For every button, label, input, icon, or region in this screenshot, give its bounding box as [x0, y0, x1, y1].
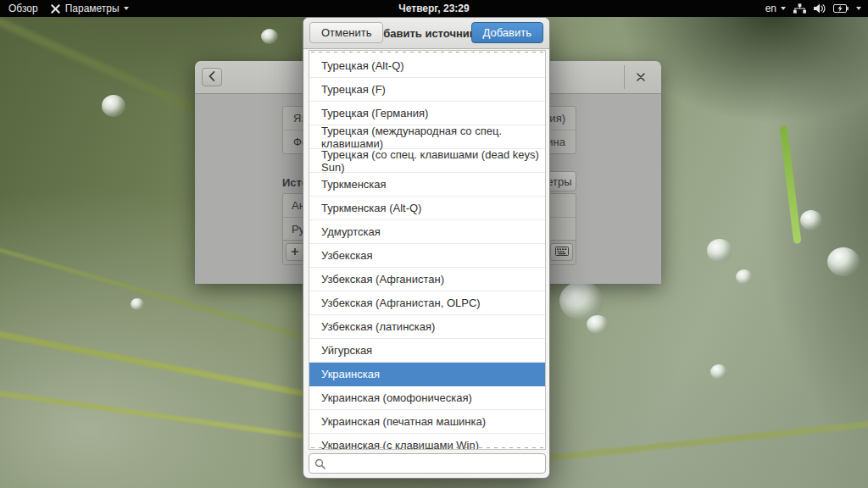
scroll-undershoot-top [311, 52, 543, 53]
search-input[interactable] [326, 454, 545, 473]
volume-icon[interactable] [814, 3, 826, 14]
chevron-down-icon [124, 7, 129, 10]
list-item[interactable]: Турецкая (Германия) [309, 102, 545, 125]
chevron-left-icon [209, 71, 215, 84]
list-item[interactable]: Турецкая (со спец. клавишами (dead keys)… [309, 149, 545, 173]
battery-icon[interactable] [833, 4, 849, 13]
list-item-label: Узбекская (латинская) [321, 320, 435, 333]
list-item-label: Удмуртская [321, 225, 381, 238]
list-item[interactable]: Узбекская (Афганистан) [309, 268, 545, 291]
list-item-label: Турецкая (международная со спец. клавиша… [321, 125, 545, 150]
cancel-button[interactable]: Отменить [309, 22, 383, 43]
headerbar-separator [624, 65, 625, 89]
scroll-undershoot-bottom [311, 447, 543, 448]
back-button[interactable] [202, 68, 222, 86]
list-item[interactable]: Узбекская (Афганистан, OLPC) [309, 291, 545, 315]
add-input-source-dialog: Добавить источник... Отменить Добавить Т… [303, 17, 550, 479]
list-item-label: Туркменская [321, 178, 387, 191]
list-item[interactable]: Турецкая (Alt-Q) [309, 54, 545, 78]
list-item[interactable]: Узбекская [309, 244, 545, 268]
input-source-list: Турецкая (Alt-Q)Турецкая (F)Турецкая (Ге… [309, 51, 545, 449]
clock[interactable]: Четверг, 23:29 [0, 3, 868, 14]
list-item-label: Турецкая (Германия) [321, 107, 428, 119]
activities-label: Обзор [8, 3, 38, 14]
plus-icon [291, 246, 299, 258]
search-field[interactable] [309, 453, 546, 474]
water-droplet [800, 210, 822, 230]
list-item-label: Уйгурская [321, 344, 372, 357]
close-button[interactable] [631, 68, 651, 86]
input-source-list-frame: Турецкая (Alt-Q)Турецкая (F)Турецкая (Ге… [309, 50, 546, 450]
app-menu-button[interactable]: Параметры [50, 0, 129, 17]
list-item-label: Узбекская (Афганистан) [321, 273, 444, 286]
list-item-label: Туркменская (Alt-Q) [321, 202, 421, 214]
water-droplet [710, 364, 727, 380]
water-droplet [131, 298, 144, 310]
water-droplet [707, 239, 732, 263]
dialog-headerbar: Добавить источник... Отменить Добавить [303, 18, 549, 49]
list-item-label: Узбекская (Афганистан, OLPC) [321, 297, 481, 309]
list-item[interactable]: Туркменская (Alt-Q) [309, 197, 545, 220]
water-droplet [261, 29, 278, 44]
search-icon [314, 458, 326, 469]
list-item[interactable]: Украинская (омофоническая) [309, 386, 545, 410]
list-item[interactable]: Турецкая (F) [309, 78, 545, 102]
keyboard-preview-button[interactable] [550, 243, 573, 261]
add-source-button[interactable] [286, 243, 304, 261]
list-item-label: Турецкая (со спец. клавишами (dead keys)… [321, 148, 545, 174]
list-item-label: Украинская (омофоническая) [321, 391, 472, 404]
close-icon [637, 71, 645, 84]
keyboard-icon [555, 246, 569, 258]
water-droplet [827, 247, 860, 276]
list-item-label: Украинская (печатная машинка) [321, 415, 486, 428]
list-item-label: Турецкая (F) [321, 83, 386, 96]
list-item[interactable]: Узбекская (латинская) [309, 315, 545, 339]
list-item[interactable]: Удмуртская [309, 220, 545, 244]
activities-button[interactable]: Обзор [8, 0, 38, 17]
list-item[interactable]: Украинская [309, 363, 545, 386]
keyboard-layout-indicator[interactable]: en [765, 0, 786, 17]
water-droplet [587, 315, 609, 334]
list-item[interactable]: Турецкая (международная со спец. клавиша… [309, 125, 545, 149]
water-droplet [102, 95, 125, 117]
add-button[interactable]: Добавить [471, 22, 543, 43]
list-item-label: Турецкая (Alt-Q) [321, 59, 404, 72]
list-item-label: Украинская (с клавишами Win) [321, 439, 479, 450]
list-item[interactable]: Украинская (печатная машинка) [309, 410, 545, 434]
list-item-label: Украинская [321, 368, 380, 380]
settings-icon [50, 3, 61, 14]
app-menu-label: Параметры [65, 3, 120, 14]
list-item-label: Узбекская [321, 249, 372, 262]
chevron-down-icon [781, 7, 786, 10]
system-menu-chevron-icon[interactable] [856, 7, 861, 10]
list-item[interactable]: Туркменская [309, 173, 545, 197]
list-item[interactable]: Уйгурская [309, 339, 545, 363]
top-bar: Обзор Параметры Четверг, 23:29 en [0, 0, 868, 17]
screen: Обзор Параметры Четверг, 23:29 en [0, 0, 868, 488]
network-icon[interactable] [793, 3, 806, 14]
water-droplet [736, 269, 753, 285]
grass-blade [780, 125, 802, 244]
keyboard-layout-label: en [765, 3, 776, 14]
